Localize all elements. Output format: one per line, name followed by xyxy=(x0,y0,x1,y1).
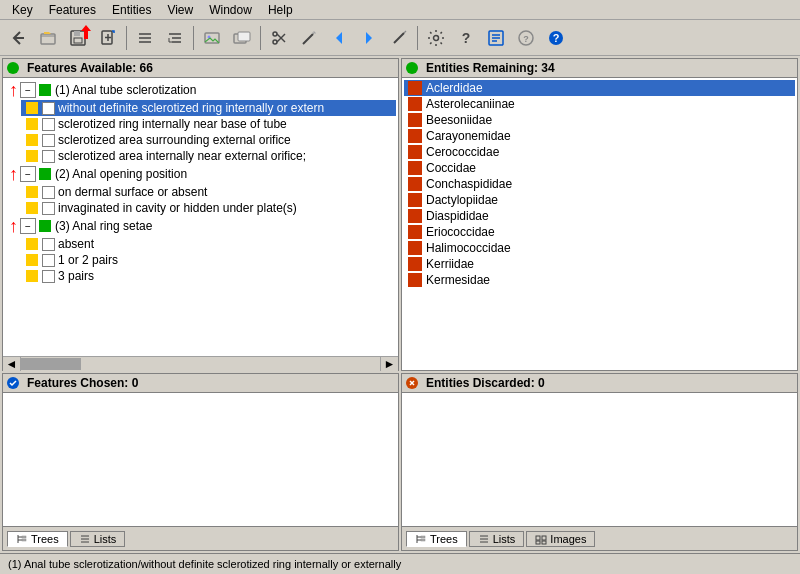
features-available-content[interactable]: ↑ − (1) Anal tube sclerotization without… xyxy=(3,78,398,356)
feature-item-1-2[interactable]: sclerotized ring internally near base of… xyxy=(21,116,396,132)
toolbar-help[interactable]: ? xyxy=(542,24,570,52)
feature-group-3[interactable]: ↑ − (3) Anal ring setae xyxy=(5,216,396,236)
entity-item[interactable]: Beesoniidae xyxy=(404,112,795,128)
group-3-items: absent 1 or 2 pairs 3 pairs xyxy=(21,236,396,284)
menu-entities[interactable]: Entities xyxy=(104,1,159,19)
feature-item-1-3[interactable]: sclerotized area surrounding external or… xyxy=(21,132,396,148)
entity-item[interactable]: Kermesidae xyxy=(404,272,795,288)
entity-item[interactable]: Dactylopiidae xyxy=(404,192,795,208)
svg-rect-45 xyxy=(22,539,26,541)
feature-item-2-1[interactable]: on dermal surface or absent xyxy=(21,184,396,200)
toolbar-arrow-right[interactable] xyxy=(355,24,383,52)
item-3-1-text: absent xyxy=(58,237,94,251)
toolbar-checklist[interactable] xyxy=(482,24,510,52)
entity-item[interactable]: Aclerdidae xyxy=(404,80,795,96)
toolbar-back[interactable] xyxy=(4,24,32,52)
tab-entities-trees[interactable]: Trees xyxy=(406,531,467,547)
item-1-2-checkbox[interactable] xyxy=(42,118,55,131)
svg-rect-60 xyxy=(542,536,546,540)
expand-group-1[interactable]: − xyxy=(20,82,36,98)
toolbar-save[interactable] xyxy=(64,24,92,52)
toolbar-sep-3 xyxy=(260,26,261,50)
expand-group-2[interactable]: − xyxy=(20,166,36,182)
item-2-1-checkbox[interactable] xyxy=(42,186,55,199)
menu-help[interactable]: Help xyxy=(260,1,301,19)
toolbar-tree[interactable] xyxy=(161,24,189,52)
hscroll-track[interactable] xyxy=(21,357,380,371)
tab-entities-trees-label: Trees xyxy=(430,533,458,545)
tab-entities-lists[interactable]: Lists xyxy=(469,531,525,547)
entity-item[interactable]: Kerriidae xyxy=(404,256,795,272)
item-3-1-checkbox[interactable] xyxy=(42,238,55,251)
svg-rect-2 xyxy=(74,31,80,36)
toolbar-info[interactable]: ? xyxy=(512,24,540,52)
item-2-1-icon xyxy=(25,185,39,199)
entity-item[interactable]: Cerococcidae xyxy=(404,144,795,160)
entity-item[interactable]: Halimococcidae xyxy=(404,240,795,256)
entity-item[interactable]: Carayonemidae xyxy=(404,128,795,144)
entity-item[interactable]: Diaspididae xyxy=(404,208,795,224)
toolbar-gear[interactable] xyxy=(422,24,450,52)
item-1-3-text: sclerotized area surrounding external or… xyxy=(58,133,291,147)
entity-item[interactable]: Conchaspididae xyxy=(404,176,795,192)
main-content: Features Available: 66 ↑ − (1) Anal tube… xyxy=(0,56,800,553)
item-3-3-checkbox[interactable] xyxy=(42,270,55,283)
svg-rect-62 xyxy=(542,541,546,544)
feature-item-3-3[interactable]: 3 pairs xyxy=(21,268,396,284)
toolbar-open[interactable] xyxy=(34,24,62,52)
toolbar-sep-4 xyxy=(417,26,418,50)
toolbar-arrow-left[interactable] xyxy=(325,24,353,52)
toolbar-wand[interactable] xyxy=(295,24,323,52)
tab-features-trees[interactable]: Trees xyxy=(7,531,68,547)
toolbar-question[interactable]: ? xyxy=(452,24,480,52)
item-3-3-icon xyxy=(25,269,39,283)
feature-item-1-4[interactable]: sclerotized area internally near externa… xyxy=(21,148,396,164)
panels-top: Features Available: 66 ↑ − (1) Anal tube… xyxy=(0,56,800,373)
feature-group-2[interactable]: ↑ − (2) Anal opening position xyxy=(5,164,396,184)
tab-features-lists[interactable]: Lists xyxy=(70,531,126,547)
svg-point-20 xyxy=(273,32,277,36)
images-icon xyxy=(535,533,547,545)
toolbar-scissor[interactable] xyxy=(265,24,293,52)
features-chosen-header: Features Chosen: 0 xyxy=(3,374,398,393)
toolbar-list[interactable] xyxy=(131,24,159,52)
feature-item-2-2[interactable]: invaginated in cavity or hidden under pl… xyxy=(21,200,396,216)
features-chosen-content[interactable] xyxy=(3,393,398,526)
feature-item-3-2[interactable]: 1 or 2 pairs xyxy=(21,252,396,268)
features-available-panel: Features Available: 66 ↑ − (1) Anal tube… xyxy=(2,58,399,371)
tab-entities-images[interactable]: Images xyxy=(526,531,595,547)
item-3-2-checkbox[interactable] xyxy=(42,254,55,267)
toolbar-image2[interactable] xyxy=(228,24,256,52)
entities-discarded-content[interactable] xyxy=(402,393,797,526)
menu-view[interactable]: View xyxy=(159,1,201,19)
hscroll-right-btn[interactable]: ► xyxy=(380,357,398,371)
feature-item-1-1[interactable]: without definite sclerotized ring intern… xyxy=(21,100,396,116)
item-1-3-checkbox[interactable] xyxy=(42,134,55,147)
item-1-4-checkbox[interactable] xyxy=(42,150,55,163)
expand-group-3[interactable]: − xyxy=(20,218,36,234)
feature-group-1[interactable]: ↑ − (1) Anal tube sclerotization xyxy=(5,80,396,100)
hscroll-thumb[interactable] xyxy=(21,358,81,370)
entity-name: Aclerdidae xyxy=(426,81,483,95)
menu-features[interactable]: Features xyxy=(41,1,104,19)
item-2-2-checkbox[interactable] xyxy=(42,202,55,215)
item-1-1-checkbox[interactable] xyxy=(42,102,55,115)
entity-item[interactable]: Asterolecaniinae xyxy=(404,96,795,112)
feature-item-3-1[interactable]: absent xyxy=(21,236,396,252)
entities-discarded-title: Entities Discarded: 0 xyxy=(426,376,545,390)
menu-window[interactable]: Window xyxy=(201,1,260,19)
toolbar-image1[interactable] xyxy=(198,24,226,52)
menu-key[interactable]: Key xyxy=(4,1,41,19)
hscroll-left-btn[interactable]: ◄ xyxy=(3,357,21,371)
toolbar-cut2[interactable] xyxy=(385,24,413,52)
entity-icon xyxy=(408,97,422,111)
entity-item[interactable]: Coccidae xyxy=(404,160,795,176)
entity-item[interactable]: Eriococcidae xyxy=(404,224,795,240)
entities-remaining-content[interactable]: AclerdidaeAsterolecaniinaeBeesoniidaeCar… xyxy=(402,78,797,370)
entity-icon xyxy=(408,129,422,143)
item-1-1-icon xyxy=(25,101,39,115)
toolbar: ? ? ? xyxy=(0,20,800,56)
features-hscroll[interactable]: ◄ ► xyxy=(3,356,398,370)
features-chosen-icon xyxy=(7,377,19,389)
toolbar-new[interactable] xyxy=(94,24,122,52)
